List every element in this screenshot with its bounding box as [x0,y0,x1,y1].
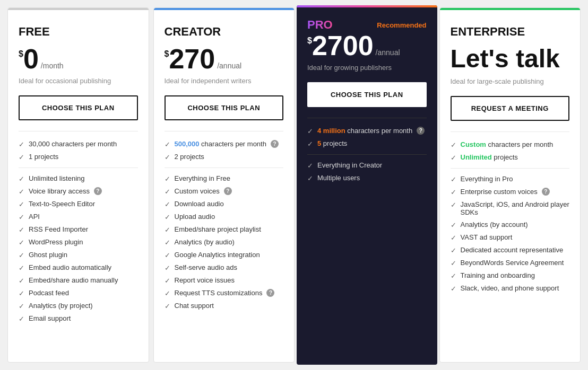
checkmark-icon: ✓ [19,153,24,161]
checkmark-icon: ✓ [451,141,456,149]
pro-feature-multiple-users: ✓ Multiple users [307,174,427,182]
checkmark-icon: ✓ [165,239,170,246]
creator-top-feature-1: ✓ 2 projects [165,153,284,161]
pro-features-section: ✓ 4 million characters per month ? ✓ 5 p… [307,118,427,187]
creator-feature-chat-support: ✓ Chat support [165,302,284,310]
plans-container: FREE $ 0 /month Ideal for occasional pub… [5,5,583,365]
free-currency: $ [19,49,23,59]
creator-choose-button[interactable]: CHOOSE THIS PLAN [165,95,284,120]
creator-description: Ideal for independent writers [165,77,284,85]
checkmark-icon: ✓ [19,277,24,285]
free-feature-rss: ✓ RSS Feed Importer [19,225,138,234]
creator-currency: $ [165,49,169,59]
enterprise-feature-everything-pro: ✓ Everything in Pro [451,175,570,183]
free-feature-podcast: ✓ Podcast feed [19,289,138,297]
info-icon[interactable]: ? [94,187,102,195]
checkmark-icon: ✓ [451,201,456,209]
creator-feature-custom-voices: ✓ Custom voices ? [165,187,284,196]
checkmark-icon: ✓ [19,302,24,310]
enterprise-plan-title: ENTERPRISE [451,25,570,39]
pro-choose-button[interactable]: CHOOSE THIS PLAN [307,82,427,107]
checkmark-icon: ✓ [451,285,456,293]
creator-top-feature-0: ✓ 500,000 characters per month ? [165,140,284,148]
free-feature-embed-manual: ✓ Embed/share audio manually [19,276,138,285]
info-icon[interactable]: ? [271,140,279,148]
features-divider [19,168,138,168]
creator-feature-everything-free: ✓ Everything in Free [165,174,284,183]
checkmark-icon: ✓ [19,175,24,183]
checkmark-icon: ✓ [451,154,456,162]
checkmark-icon: ✓ [307,162,313,170]
plan-card-enterprise: ENTERPRISE Let's talk Ideal for large-sc… [439,7,581,363]
info-icon[interactable]: ? [266,289,274,297]
free-description: Ideal for occasional publishing [19,77,138,85]
checkmark-icon: ✓ [451,175,456,183]
checkmark-icon: ✓ [165,153,170,161]
creator-top-border [154,8,295,10]
checkmark-icon: ✓ [307,127,313,135]
enterprise-top-feature-0: ✓ Custom characters per month [451,140,570,149]
checkmark-icon: ✓ [19,140,24,148]
info-icon[interactable]: ? [417,127,425,135]
checkmark-icon: ✓ [19,251,24,259]
checkmark-icon: ✓ [19,239,24,246]
pro-price-container: $ 2700 /annual [307,32,427,59]
enterprise-top-border [440,8,581,10]
free-feature-embed-auto: ✓ Embed audio automatically [19,263,138,272]
creator-feature-tts-custom: ✓ Request TTS customizations ? [165,289,284,297]
creator-feature-report-voice: ✓ Report voice issues [165,276,284,285]
enterprise-top-feature-1: ✓ Unlimited projects [451,153,570,162]
checkmark-icon: ✓ [19,200,24,208]
free-plan-title: FREE [19,25,138,39]
creator-price-container: $ 270 /annual [165,45,284,73]
pro-currency: $ [307,36,312,46]
checkmark-icon: ✓ [451,272,456,280]
checkmark-icon: ✓ [165,200,170,208]
plan-card-pro: PRO Recommended $ 2700 /annual Ideal for… [297,5,437,365]
pro-price-value: 2700 [312,32,374,59]
enterprise-features-section: ✓ Custom characters per month ✓ Unlimite… [451,131,570,297]
free-feature-api: ✓ API [19,213,138,221]
checkmark-icon: ✓ [165,188,170,196]
enterprise-request-button[interactable]: REQUEST A MEETING [451,96,570,121]
pro-top-feature-0: ✓ 4 million characters per month ? [307,127,427,135]
enterprise-description: Ideal for large-scale publishing [451,77,570,85]
checkmark-icon: ✓ [19,289,24,297]
checkmark-icon: ✓ [165,251,170,259]
recommended-badge: Recommended [377,21,426,29]
checkmark-icon: ✓ [451,246,456,254]
checkmark-icon: ✓ [19,226,24,234]
pro-feature-everything-creator: ✓ Everything in Creator [307,161,427,170]
enterprise-feature-sdks: ✓ JavaScript, iOS, and Android player SD… [451,200,570,216]
free-price-period: /month [41,61,64,70]
checkmark-icon: ✓ [307,174,313,182]
checkmark-icon: ✓ [165,213,170,221]
info-icon[interactable]: ? [224,187,232,195]
pro-description: Ideal for growing publishers [307,64,427,72]
checkmark-icon: ✓ [307,140,313,148]
free-top-border [8,8,149,10]
checkmark-icon: ✓ [451,221,456,229]
checkmark-icon: ✓ [451,259,456,267]
plan-card-creator: CREATOR $ 270 /annual Ideal for independ… [153,7,295,363]
checkmark-icon: ✓ [19,188,24,196]
checkmark-icon: ✓ [165,302,170,310]
free-feature-ghost: ✓ Ghost plugin [19,251,138,259]
checkmark-icon: ✓ [19,213,24,221]
features-divider [307,154,427,155]
features-divider [451,168,570,169]
free-choose-button[interactable]: CHOOSE THIS PLAN [19,95,138,120]
enterprise-feature-training: ✓ Training and onboarding [451,271,570,280]
enterprise-price: Let's talk [451,45,570,73]
features-divider [165,168,284,168]
info-icon[interactable]: ? [542,188,550,196]
free-feature-tts-editor: ✓ Text-to-Speech Editor [19,200,138,208]
checkmark-icon: ✓ [165,289,170,297]
checkmark-icon: ✓ [165,277,170,285]
creator-features-section: ✓ 500,000 characters per month ? ✓ 2 pro… [165,131,284,314]
pro-top-feature-1: ✓ 5 projects [307,139,427,148]
checkmark-icon: ✓ [451,188,456,196]
free-top-feature-0: ✓ 30,000 characters per month [19,140,138,148]
free-feature-voice-library: ✓ Voice library access ? [19,187,138,196]
free-feature-unlimited-listening: ✓ Unlimited listening [19,174,138,183]
